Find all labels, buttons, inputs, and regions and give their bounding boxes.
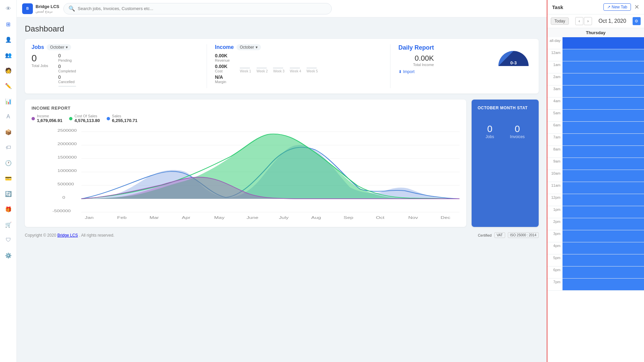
- time-slot-7am[interactable]: [562, 134, 644, 145]
- svg-text:Mar: Mar: [150, 216, 159, 220]
- jobs-completed: 0 Completed: [58, 64, 76, 73]
- time-slot-10am[interactable]: [562, 170, 644, 182]
- footer-logos: Certified VAT ISO 25000 : 2014: [478, 232, 539, 238]
- time-slot-5am[interactable]: [562, 110, 644, 121]
- time-row-6pm: 6pm: [547, 266, 644, 279]
- task-panel-title: Task: [552, 4, 563, 10]
- sidebar-icon-grid[interactable]: ⊞: [4, 19, 13, 29]
- time-row-1pm: 1pm: [547, 206, 644, 218]
- import-icon: ⬇: [398, 69, 402, 74]
- sidebar-icon-chart[interactable]: 📊: [4, 97, 13, 106]
- sidebar-icon-edit[interactable]: ✏️: [4, 81, 13, 90]
- sidebar-icon-shield[interactable]: 🛡: [4, 235, 13, 245]
- sidebar-icon-settings[interactable]: ⚙️: [4, 251, 13, 260]
- charts-row: INCOME REPORT Income 1,679,056.91 Cost O…: [25, 100, 539, 227]
- svg-text:Dec: Dec: [441, 216, 450, 220]
- svg-text:500000: 500000: [57, 182, 74, 186]
- import-button[interactable]: ⬇ Import: [398, 69, 434, 74]
- time-row-8am: 8am: [547, 146, 644, 158]
- jobs-month-dropdown[interactable]: October ▾: [47, 44, 71, 50]
- time-slot-12am[interactable]: [562, 49, 644, 61]
- time-slot-4am[interactable]: [562, 98, 644, 109]
- time-slot-5pm[interactable]: [562, 254, 644, 266]
- time-row-4am: 4am: [547, 98, 644, 110]
- income-month-label: October: [240, 45, 254, 50]
- new-tab-icon: ↗: [607, 5, 610, 9]
- total-income-value: 0.00K: [398, 54, 434, 63]
- sidebar-icon-person[interactable]: 🧑: [4, 66, 13, 75]
- time-row-5am: 5am: [547, 110, 644, 122]
- sidebar-icon-refresh[interactable]: 🔄: [4, 189, 13, 198]
- time-slot-11am[interactable]: [562, 182, 644, 194]
- calendar-settings-button[interactable]: ⚙: [633, 17, 641, 25]
- svg-text:Feb: Feb: [117, 216, 126, 220]
- legend-income: Income 1,679,056.91: [32, 114, 62, 123]
- time-slot-8am[interactable]: [562, 146, 644, 158]
- time-row-10am: 10am: [547, 170, 644, 182]
- jobs-progress-bar: [58, 86, 76, 87]
- settings-icon: ⚙: [635, 19, 638, 23]
- income-month-dropdown[interactable]: October ▾: [236, 44, 261, 50]
- legend-income-dot: [32, 117, 35, 120]
- time-slot-6pm[interactable]: [562, 266, 644, 278]
- daily-report-section: Daily Report 0.00K Total Income ⬇ Import: [390, 44, 532, 88]
- new-tab-button[interactable]: ↗ New Tab: [603, 3, 631, 11]
- time-slot-7pm[interactable]: [562, 279, 644, 290]
- today-button[interactable]: Today: [551, 17, 569, 25]
- footer: Copyright © 2020 Bridge LCS . All rights…: [25, 232, 539, 238]
- sidebar-icon-clock[interactable]: 🕐: [4, 158, 13, 168]
- sidebar-icon-cart[interactable]: 🛒: [4, 220, 13, 229]
- time-row-7pm: 7pm: [547, 279, 644, 291]
- sidebar-icon-gift[interactable]: 🎁: [4, 204, 13, 214]
- brand-name: Bridge LCS: [36, 4, 59, 9]
- sidebar-icon-eye[interactable]: 👁: [4, 4, 13, 13]
- time-slot-allday[interactable]: [562, 37, 644, 49]
- close-button[interactable]: ✕: [634, 3, 639, 11]
- search-input[interactable]: [78, 6, 327, 11]
- svg-text:Jan: Jan: [85, 216, 94, 220]
- next-button[interactable]: ›: [584, 17, 592, 25]
- income-section: Income October ▾ 0.00K Revenue 0.00K Cos…: [207, 44, 390, 88]
- jobs-section: Jobs October ▾ 0 Total Jobs 0 Pending: [32, 44, 207, 88]
- income-dropdown-icon: ▾: [256, 45, 258, 50]
- jobs-dropdown-icon: ▾: [66, 45, 68, 50]
- sidebar-icon-card[interactable]: 💳: [4, 174, 13, 183]
- time-slot-3am[interactable]: [562, 85, 644, 97]
- time-slot-3pm[interactable]: [562, 230, 644, 242]
- time-slot-12pm[interactable]: [562, 194, 644, 206]
- sidebar-icon-box[interactable]: 📦: [4, 127, 13, 137]
- time-row-allday: all-day: [547, 37, 644, 49]
- time-slot-6am[interactable]: [562, 122, 644, 133]
- sidebar-icon-tag[interactable]: 🏷: [4, 143, 13, 152]
- sidebar-icon-text[interactable]: A: [4, 112, 13, 121]
- iso-badge: ISO 25000 : 2014: [508, 232, 539, 238]
- brand-arabic: بريدج لسس: [36, 9, 59, 13]
- income-margin: N/A Margin: [215, 74, 230, 84]
- income-header: Income October ▾: [215, 44, 382, 50]
- time-slot-4pm[interactable]: [562, 242, 644, 254]
- sidebar-icon-user[interactable]: 👤: [4, 35, 13, 44]
- gauge: 0-3: [495, 44, 532, 68]
- time-slot-2pm[interactable]: [562, 218, 644, 230]
- sidebar-icon-users[interactable]: 👥: [4, 50, 13, 60]
- brand: B Bridge LCS بريدج لسس: [22, 3, 59, 14]
- svg-text:Oct: Oct: [376, 216, 385, 220]
- svg-text:2000000: 2000000: [57, 142, 77, 146]
- jobs-pending: 0 Pending: [58, 53, 76, 62]
- search-bar[interactable]: 🔍: [63, 3, 332, 14]
- legend-cos-info: Cost Of Sales 4,576,113.80: [74, 114, 100, 123]
- calendar-day-header: Thursday: [547, 28, 644, 37]
- prev-button[interactable]: ‹: [575, 17, 583, 25]
- time-slot-2am[interactable]: [562, 73, 644, 85]
- weekly-bars: Week 1 Week 2 Week 3 Week 4 Week 5: [240, 53, 318, 84]
- svg-text:Aug: Aug: [311, 216, 321, 220]
- total-income-label: Total Income: [398, 63, 434, 67]
- time-slot-1am[interactable]: [562, 61, 644, 73]
- task-header: Task ↗ New Tab ✕: [547, 0, 644, 14]
- time-slot-9am[interactable]: [562, 158, 644, 170]
- svg-text:May: May: [214, 216, 225, 220]
- task-panel: Task ↗ New Tab ✕ Today ‹ › Oct 1, 2020 ⚙…: [547, 0, 644, 362]
- legend-cos: Cost Of Sales 4,576,113.80: [69, 114, 100, 123]
- time-slot-1pm[interactable]: [562, 206, 644, 218]
- footer-link[interactable]: Bridge LCS: [57, 233, 78, 238]
